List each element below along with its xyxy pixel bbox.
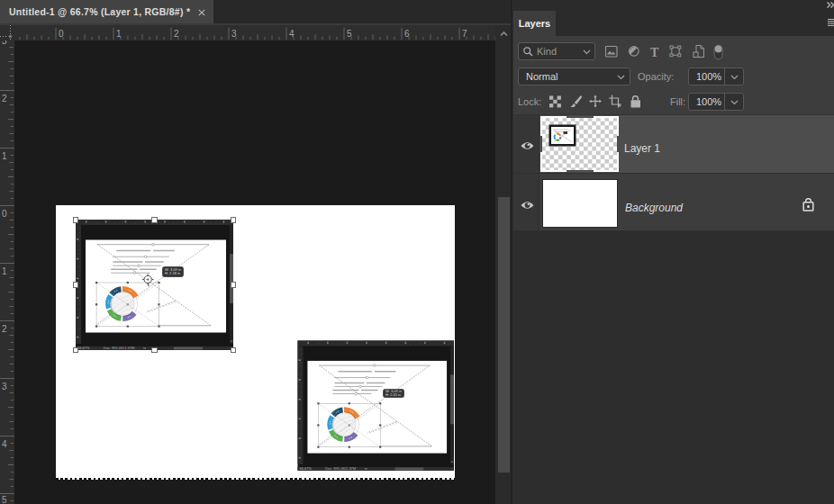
svg-text:T: T <box>650 46 659 59</box>
